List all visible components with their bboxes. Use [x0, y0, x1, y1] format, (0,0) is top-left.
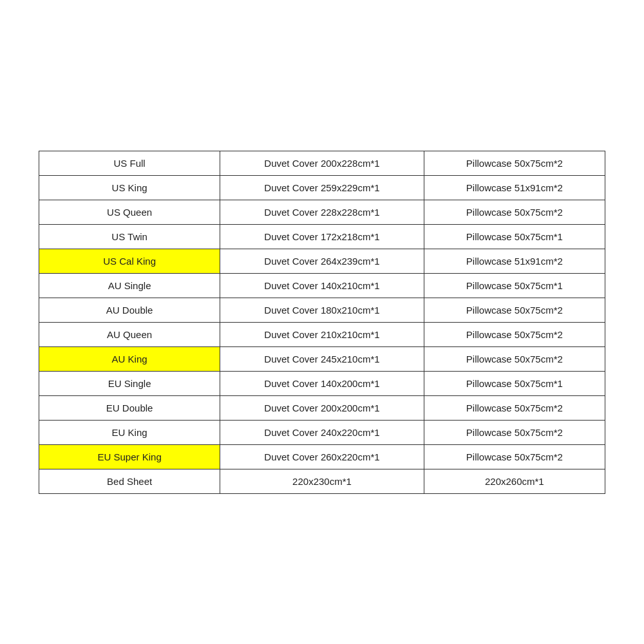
- pillowcase-spec: Pillowcase 50x75cm*2: [424, 444, 605, 469]
- size-name: EU Super King: [39, 444, 220, 469]
- table-row: US KingDuvet Cover 259x229cm*1Pillowcase…: [39, 175, 605, 200]
- size-table: US FullDuvet Cover 200x228cm*1Pillowcase…: [39, 151, 605, 494]
- table-row: AU SingleDuvet Cover 140x210cm*1Pillowca…: [39, 273, 605, 298]
- duvet-cover-spec: Duvet Cover 228x228cm*1: [220, 200, 424, 224]
- table-row: Bed Sheet220x230cm*1220x260cm*1: [39, 469, 605, 493]
- table-row: US QueenDuvet Cover 228x228cm*1Pillowcas…: [39, 200, 605, 224]
- duvet-cover-spec: Duvet Cover 259x229cm*1: [220, 175, 424, 200]
- size-name: US Full: [39, 151, 220, 175]
- duvet-cover-spec: Duvet Cover 240x220cm*1: [220, 420, 424, 444]
- duvet-cover-spec: Duvet Cover 264x239cm*1: [220, 249, 424, 273]
- size-name: EU King: [39, 420, 220, 444]
- duvet-cover-spec: Duvet Cover 260x220cm*1: [220, 444, 424, 469]
- pillowcase-spec: Pillowcase 50x75cm*2: [424, 298, 605, 322]
- table-row: AU DoubleDuvet Cover 180x210cm*1Pillowca…: [39, 298, 605, 322]
- pillowcase-spec: Pillowcase 50x75cm*2: [424, 346, 605, 371]
- size-name: AU Single: [39, 273, 220, 298]
- duvet-cover-spec: Duvet Cover 172x218cm*1: [220, 224, 424, 249]
- table-row: US FullDuvet Cover 200x228cm*1Pillowcase…: [39, 151, 605, 175]
- duvet-cover-spec: Duvet Cover 180x210cm*1: [220, 298, 424, 322]
- size-name: EU Double: [39, 395, 220, 420]
- duvet-cover-spec: Duvet Cover 200x200cm*1: [220, 395, 424, 420]
- pillowcase-spec: 220x260cm*1: [424, 469, 605, 493]
- pillowcase-spec: Pillowcase 50x75cm*2: [424, 420, 605, 444]
- size-name: AU Double: [39, 298, 220, 322]
- size-name: EU Single: [39, 371, 220, 395]
- pillowcase-spec: Pillowcase 50x75cm*1: [424, 273, 605, 298]
- pillowcase-spec: Pillowcase 51x91cm*2: [424, 249, 605, 273]
- table-row: EU SingleDuvet Cover 140x200cm*1Pillowca…: [39, 371, 605, 395]
- pillowcase-spec: Pillowcase 50x75cm*2: [424, 200, 605, 224]
- pillowcase-spec: Pillowcase 50x75cm*2: [424, 395, 605, 420]
- table-row: US TwinDuvet Cover 172x218cm*1Pillowcase…: [39, 224, 605, 249]
- table-row: EU KingDuvet Cover 240x220cm*1Pillowcase…: [39, 420, 605, 444]
- size-name: US Queen: [39, 200, 220, 224]
- table-row: EU DoubleDuvet Cover 200x200cm*1Pillowca…: [39, 395, 605, 420]
- duvet-cover-spec: Duvet Cover 200x228cm*1: [220, 151, 424, 175]
- duvet-cover-spec: Duvet Cover 140x210cm*1: [220, 273, 424, 298]
- pillowcase-spec: Pillowcase 50x75cm*1: [424, 371, 605, 395]
- duvet-cover-spec: Duvet Cover 140x200cm*1: [220, 371, 424, 395]
- size-name: AU Queen: [39, 322, 220, 346]
- pillowcase-spec: Pillowcase 51x91cm*2: [424, 175, 605, 200]
- size-name: US King: [39, 175, 220, 200]
- table-row: EU Super KingDuvet Cover 260x220cm*1Pill…: [39, 444, 605, 469]
- duvet-cover-spec: Duvet Cover 245x210cm*1: [220, 346, 424, 371]
- duvet-cover-spec: Duvet Cover 210x210cm*1: [220, 322, 424, 346]
- table-row: AU QueenDuvet Cover 210x210cm*1Pillowcas…: [39, 322, 605, 346]
- size-name: US Cal King: [39, 249, 220, 273]
- duvet-cover-spec: 220x230cm*1: [220, 469, 424, 493]
- pillowcase-spec: Pillowcase 50x75cm*2: [424, 322, 605, 346]
- size-name: US Twin: [39, 224, 220, 249]
- pillowcase-spec: Pillowcase 50x75cm*1: [424, 224, 605, 249]
- table-row: AU KingDuvet Cover 245x210cm*1Pillowcase…: [39, 346, 605, 371]
- size-name: AU King: [39, 346, 220, 371]
- table-row: US Cal KingDuvet Cover 264x239cm*1Pillow…: [39, 249, 605, 273]
- pillowcase-spec: Pillowcase 50x75cm*2: [424, 151, 605, 175]
- main-container: US FullDuvet Cover 200x228cm*1Pillowcase…: [26, 138, 618, 507]
- size-name: Bed Sheet: [39, 469, 220, 493]
